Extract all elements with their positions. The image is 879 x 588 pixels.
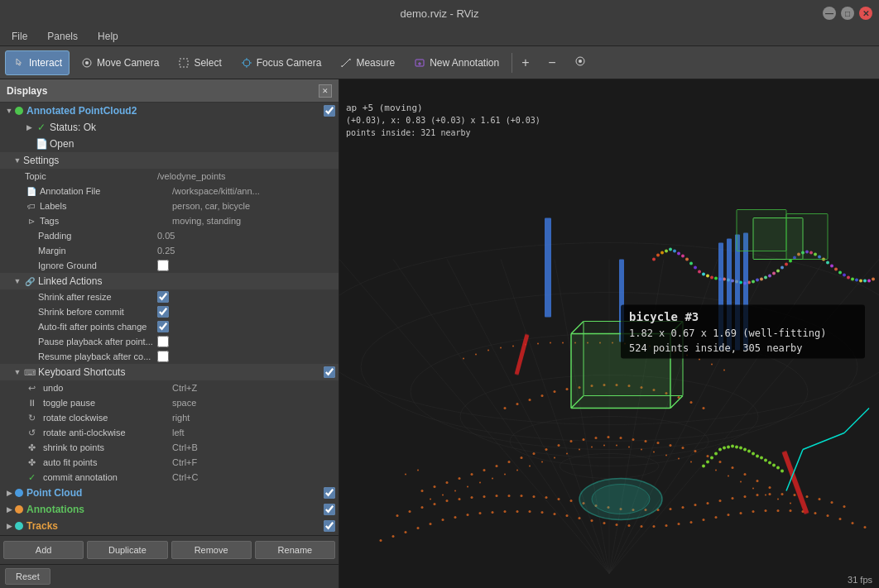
svg-point-171 xyxy=(392,535,395,538)
prop-rotate-clockwise[interactable]: ↻ rotate clockwise right xyxy=(0,410,339,425)
prop-pause-playback[interactable]: Pause playback after point... xyxy=(0,334,339,349)
tree-item-open[interactable]: 📄 Open xyxy=(0,136,339,152)
checkbox-kb[interactable] xyxy=(324,366,335,378)
prop-padding[interactable]: Padding 0.05 xyxy=(0,228,339,243)
prop-auto-fit[interactable]: Auto-fit after points change xyxy=(0,319,339,334)
svg-point-166 xyxy=(806,495,809,498)
checkbox-auto-fit[interactable] xyxy=(157,321,169,332)
checkbox-pause[interactable] xyxy=(157,336,169,347)
viewport[interactable]: ap +5 (moving) (+0.03), x: 0.83 (+0.03) … xyxy=(339,79,879,588)
tree-item-annotations[interactable]: ▶ Annotations xyxy=(0,501,339,518)
tree-label-ann: Annotations xyxy=(26,504,320,515)
checkbox-resume[interactable] xyxy=(157,351,169,362)
prop-undo[interactable]: ↩ undo Ctrl+Z xyxy=(0,380,339,395)
focus-camera-button[interactable]: Focus Camera xyxy=(233,50,329,75)
prop-value-labels: person, car, bicycle xyxy=(172,201,335,211)
svg-point-190 xyxy=(628,524,631,527)
tree-label-pc2: Annotated PointCloud2 xyxy=(26,105,320,117)
measure-button[interactable]: Measure xyxy=(332,50,402,75)
expand-arrow-status: ▶ xyxy=(23,123,35,131)
svg-point-98 xyxy=(554,390,556,393)
svg-point-114 xyxy=(500,347,502,349)
tag-icon: ⊳ xyxy=(25,214,38,227)
duplicate-button[interactable]: Duplicate xyxy=(87,541,167,559)
svg-point-202 xyxy=(777,509,780,512)
prop-auto-fit-points[interactable]: ✤ auto fit points Ctrl+F xyxy=(0,455,339,470)
svg-point-164 xyxy=(781,493,784,495)
checkbox-tracks[interactable] xyxy=(324,520,335,532)
prop-toggle-pause[interactable]: ⏸ toggle pause space xyxy=(0,395,339,410)
remove-button[interactable]: Remove xyxy=(171,541,252,559)
section-linked-actions[interactable]: ▼ 🔗 Linked Actions xyxy=(0,273,339,289)
prop-labels[interactable]: 🏷 Labels person, car, bicycle xyxy=(0,198,339,213)
displays-close-button[interactable]: ✕ xyxy=(319,84,332,98)
tree-item-point-cloud[interactable]: ▶ Point Cloud xyxy=(0,485,339,501)
maximize-button[interactable]: □ xyxy=(841,7,854,20)
toolbar-separator xyxy=(512,53,512,73)
settings-icon xyxy=(574,55,586,69)
prop-annotation-file[interactable]: 📄 Annotation File /workspace/kitti/ann..… xyxy=(0,184,339,198)
svg-point-69 xyxy=(492,478,493,480)
svg-point-195 xyxy=(690,521,693,523)
tree-item-tracks[interactable]: ▶ Tracks xyxy=(0,518,339,534)
svg-point-205 xyxy=(814,512,817,514)
menu-panels[interactable]: Panels xyxy=(42,29,83,44)
prop-shrink-to-points[interactable]: ✤ shrink to points Ctrl+B xyxy=(0,440,339,455)
close-button[interactable]: ✕ xyxy=(859,7,872,20)
select-button[interactable]: Select xyxy=(170,50,228,75)
svg-point-74 xyxy=(554,457,555,459)
svg-point-233 xyxy=(665,250,668,253)
svg-point-93 xyxy=(790,503,791,504)
svg-point-256 xyxy=(760,278,763,281)
svg-point-272 xyxy=(826,261,829,265)
prop-shrink-before-commit[interactable]: Shrink before commit xyxy=(0,304,339,319)
svg-point-96 xyxy=(529,399,531,401)
svg-point-217 xyxy=(739,447,742,450)
add-button[interactable]: Add xyxy=(3,541,84,559)
svg-point-58 xyxy=(732,466,734,469)
checkbox-pc2[interactable] xyxy=(324,105,335,117)
prop-ignore-ground[interactable]: Ignore Ground xyxy=(0,258,339,273)
reset-button[interactable]: Reset xyxy=(5,568,50,585)
prop-commit-annotation[interactable]: ✓ commit annotation Ctrl+C xyxy=(0,470,339,485)
checkbox-pc[interactable] xyxy=(324,487,335,499)
prop-rotate-anti-clockwise[interactable]: ↺ rotate anti-clockwise left xyxy=(0,425,339,440)
checkbox-ignore-ground[interactable] xyxy=(157,260,169,271)
menu-help[interactable]: Help xyxy=(93,29,123,44)
checkbox-shrink-before[interactable] xyxy=(157,306,169,318)
new-annotation-button[interactable]: New Annotation xyxy=(406,50,507,75)
prop-topic[interactable]: Topic /velodyne_points xyxy=(0,169,339,184)
expand-arrow-kb: ▼ xyxy=(12,368,23,376)
move-camera-button[interactable]: Move Camera xyxy=(73,50,166,75)
prop-name-tags: Tags xyxy=(40,216,172,226)
section-settings[interactable]: ▼ Settings xyxy=(0,152,339,169)
view-settings-button[interactable] xyxy=(570,50,593,75)
svg-rect-303 xyxy=(737,210,786,251)
checkbox-shrink-after[interactable] xyxy=(157,291,169,303)
prop-resume-playback[interactable]: Resume playback after co... xyxy=(0,349,339,364)
tree-item-status[interactable]: ▶ ✓ Status: Ok xyxy=(0,119,339,136)
svg-point-87 xyxy=(715,470,717,471)
checkbox-ann[interactable] xyxy=(324,504,335,515)
prop-margin[interactable]: Margin 0.25 xyxy=(0,243,339,258)
svg-point-208 xyxy=(852,522,854,524)
svg-point-224 xyxy=(768,461,771,465)
rename-button[interactable]: Rename xyxy=(255,541,335,559)
svg-point-191 xyxy=(641,525,643,528)
interact-button[interactable]: Interact xyxy=(5,50,70,75)
fps-counter: 31 fps xyxy=(848,575,872,585)
menu-file[interactable]: File xyxy=(7,29,32,44)
zoom-in-button[interactable]: + xyxy=(517,50,540,75)
tree-item-annotated-pc2[interactable]: ▼ Annotated PointCloud2 xyxy=(0,103,339,119)
section-keyboard-shortcuts[interactable]: ▼ ⌨ Keyboard Shortcuts xyxy=(0,364,339,380)
svg-point-229 xyxy=(781,470,784,473)
prop-shrink-after-resize[interactable]: Shrink after resize xyxy=(0,289,339,304)
status-dot-pc2 xyxy=(15,107,23,115)
minimize-button[interactable]: — xyxy=(823,7,836,20)
svg-point-275 xyxy=(838,271,842,275)
svg-point-258 xyxy=(768,275,771,278)
prop-tags[interactable]: ⊳ Tags moving, standing xyxy=(0,213,339,228)
zoom-out-button[interactable]: − xyxy=(544,50,567,75)
svg-point-33 xyxy=(421,490,424,492)
svg-point-162 xyxy=(757,494,759,496)
